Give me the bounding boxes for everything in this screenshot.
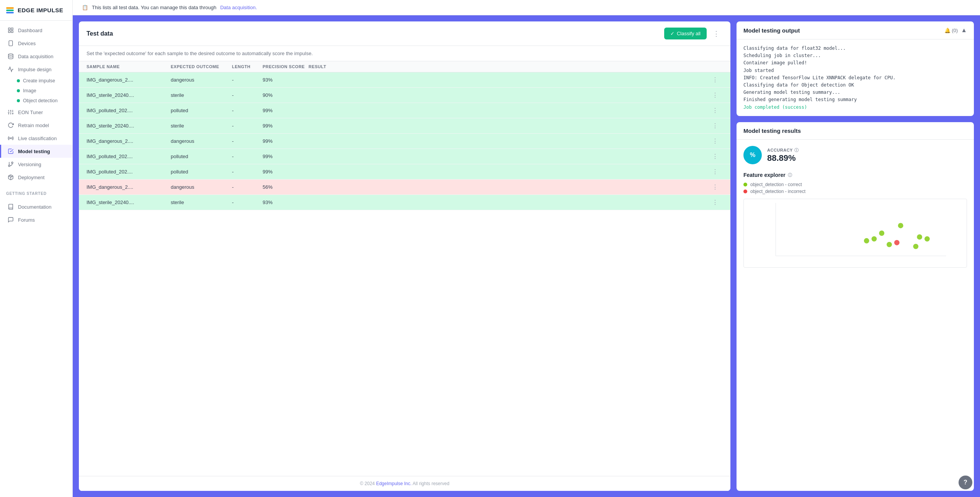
cell-sample-name: IMG_sterile_20240.... bbox=[87, 199, 171, 205]
sidebar-item-data-acquisition[interactable]: Data acquisition bbox=[0, 50, 72, 63]
model-output-panel: Model testing output 🔔 (0) ▲ Classifying… bbox=[737, 21, 974, 491]
svg-point-25 bbox=[898, 223, 903, 228]
svg-rect-2 bbox=[8, 31, 10, 33]
row-menu-button[interactable]: ⋮ bbox=[707, 107, 723, 114]
legend-item-incorrect: object_detection - incorrect bbox=[743, 189, 967, 194]
row-menu-button[interactable]: ⋮ bbox=[707, 92, 723, 99]
svg-point-28 bbox=[872, 236, 877, 242]
row-menu-button[interactable]: ⋮ bbox=[707, 183, 723, 191]
log-line: Job completed (success) bbox=[743, 104, 967, 111]
sidebar-item-eon-tuner[interactable]: EON Tuner bbox=[0, 106, 72, 119]
row-menu-button[interactable]: ⋮ bbox=[707, 137, 723, 145]
sidebar-item-versioning[interactable]: Versioning bbox=[0, 158, 72, 171]
cell-outcome: sterile bbox=[171, 123, 232, 129]
sidebar-item-live-classification[interactable]: Live classification bbox=[0, 132, 72, 145]
book-icon bbox=[7, 203, 14, 210]
sidebar-sub-create-impulse[interactable]: Create impulse bbox=[0, 76, 72, 86]
col-actions bbox=[707, 64, 723, 69]
git-branch-icon bbox=[7, 161, 14, 168]
log-line: Scheduling job in cluster... bbox=[743, 52, 967, 59]
row-menu-button[interactable]: ⋮ bbox=[707, 168, 723, 175]
cell-precision: 99% bbox=[263, 138, 309, 144]
sidebar-item-model-testing[interactable]: Model testing bbox=[0, 145, 72, 158]
row-menu-button[interactable]: ⋮ bbox=[707, 153, 723, 160]
row-menu-button[interactable]: ⋮ bbox=[707, 76, 723, 83]
cell-length: - bbox=[232, 108, 263, 113]
check-square-icon bbox=[7, 148, 14, 155]
cell-length: - bbox=[232, 77, 263, 83]
log-line: INFO: Created TensorFlow Lite XNNPACK de… bbox=[743, 74, 967, 82]
sidebar-item-devices[interactable]: Devices bbox=[0, 37, 72, 50]
cell-precision: 99% bbox=[263, 108, 309, 113]
table-row: IMG_dangerous_2.... dangerous - 56% ⋮ bbox=[79, 180, 730, 195]
results-header: Model testing results bbox=[737, 122, 974, 140]
classify-all-label: Classify all bbox=[677, 31, 701, 36]
svg-point-6 bbox=[8, 54, 13, 55]
table-row: IMG_sterile_20240.... sterile - 90% ⋮ bbox=[79, 88, 730, 103]
table-row: IMG_dangerous_2.... dangerous - 93% ⋮ bbox=[79, 72, 730, 88]
sidebar-item-forums-label: Forums bbox=[18, 217, 35, 223]
svg-rect-4 bbox=[9, 41, 12, 46]
nav-section-getting-started: Documentation Forums bbox=[0, 197, 72, 229]
dot-icon bbox=[17, 99, 20, 102]
test-data-header: Test data ✓ Classify all ⋮ bbox=[79, 21, 730, 46]
svg-rect-3 bbox=[11, 31, 13, 33]
svg-point-19 bbox=[8, 165, 10, 167]
bell-button[interactable]: 🔔 (0) bbox=[944, 28, 958, 33]
accuracy-info-icon[interactable]: ⓘ bbox=[794, 147, 799, 153]
logo-icon bbox=[6, 7, 14, 13]
sidebar-item-eon-tuner-label: EON Tuner bbox=[18, 110, 43, 115]
collapse-button[interactable]: ▲ bbox=[961, 27, 967, 34]
table-body: IMG_dangerous_2.... dangerous - 93% ⋮ IM… bbox=[79, 72, 730, 210]
banner-link[interactable]: Data acquisition. bbox=[220, 5, 257, 10]
feature-explorer: Feature explorer ⓘ object_detection - co… bbox=[743, 172, 967, 268]
cell-length: - bbox=[232, 154, 263, 159]
accuracy-icon: % bbox=[750, 152, 755, 159]
classify-all-button[interactable]: ✓ Classify all bbox=[664, 28, 707, 39]
sidebar-item-dashboard[interactable]: Dashboard bbox=[0, 24, 72, 37]
model-testing-results: Model testing results % ACCURACY ⓘ 88.89… bbox=[737, 122, 974, 491]
log-line: Classifying data for float32 model... bbox=[743, 45, 967, 52]
sidebar-item-retrain-model[interactable]: Retrain model bbox=[0, 119, 72, 132]
more-options-button[interactable]: ⋮ bbox=[710, 28, 723, 39]
cell-length: - bbox=[232, 184, 263, 190]
cell-outcome: dangerous bbox=[171, 138, 232, 144]
dot-icon bbox=[17, 89, 20, 92]
row-menu-button[interactable]: ⋮ bbox=[707, 199, 723, 206]
sidebar-sub-create-impulse-label: Create impulse bbox=[23, 78, 55, 83]
svg-point-26 bbox=[917, 234, 922, 240]
sidebar-item-impulse-design-label: Impulse design bbox=[18, 67, 51, 72]
help-button[interactable]: ? bbox=[959, 476, 972, 489]
test-data-panel: Test data ✓ Classify all ⋮ Set the 'expe… bbox=[79, 21, 730, 491]
sidebar-item-retrain-model-label: Retrain model bbox=[18, 123, 49, 128]
legend-label-incorrect: object_detection - incorrect bbox=[750, 189, 805, 194]
refresh-icon bbox=[7, 122, 14, 129]
cell-outcome: sterile bbox=[171, 92, 232, 98]
message-circle-icon bbox=[7, 216, 14, 223]
footer-link[interactable]: EdgeImpulse Inc. bbox=[376, 481, 412, 486]
table-header: SAMPLE NAME EXPECTED OUTCOME LENGTH PREC… bbox=[79, 61, 730, 72]
accuracy-section: % ACCURACY ⓘ 88.89% bbox=[743, 146, 967, 164]
cell-length: - bbox=[232, 199, 263, 205]
sidebar-item-deployment[interactable]: Deployment bbox=[0, 171, 72, 184]
sidebar-item-impulse-design[interactable]: Impulse design bbox=[0, 63, 72, 76]
row-menu-button[interactable]: ⋮ bbox=[707, 122, 723, 129]
cell-length: - bbox=[232, 138, 263, 144]
database-icon bbox=[7, 53, 14, 60]
feature-explorer-info-icon[interactable]: ⓘ bbox=[788, 172, 792, 178]
sidebar-item-devices-label: Devices bbox=[18, 41, 36, 46]
cell-length: - bbox=[232, 92, 263, 98]
cell-sample-name: IMG_polluted_202.... bbox=[87, 154, 171, 159]
accuracy-badge: % bbox=[743, 146, 762, 164]
data-table: SAMPLE NAME EXPECTED OUTCOME LENGTH PREC… bbox=[79, 61, 730, 476]
radio-icon bbox=[7, 135, 14, 142]
sidebar-sub-object-detection[interactable]: Object detection bbox=[0, 96, 72, 106]
results-content: % ACCURACY ⓘ 88.89% Feature explore bbox=[737, 140, 974, 491]
svg-rect-0 bbox=[8, 28, 10, 30]
cell-precision: 99% bbox=[263, 154, 309, 159]
sidebar-item-forums[interactable]: Forums bbox=[0, 213, 72, 226]
model-testing-output: Model testing output 🔔 (0) ▲ Classifying… bbox=[737, 21, 974, 116]
sidebar-item-documentation[interactable]: Documentation bbox=[0, 200, 72, 213]
logo-area: EDGE IMPULSE bbox=[0, 0, 72, 21]
sidebar-sub-image[interactable]: Image bbox=[0, 86, 72, 96]
